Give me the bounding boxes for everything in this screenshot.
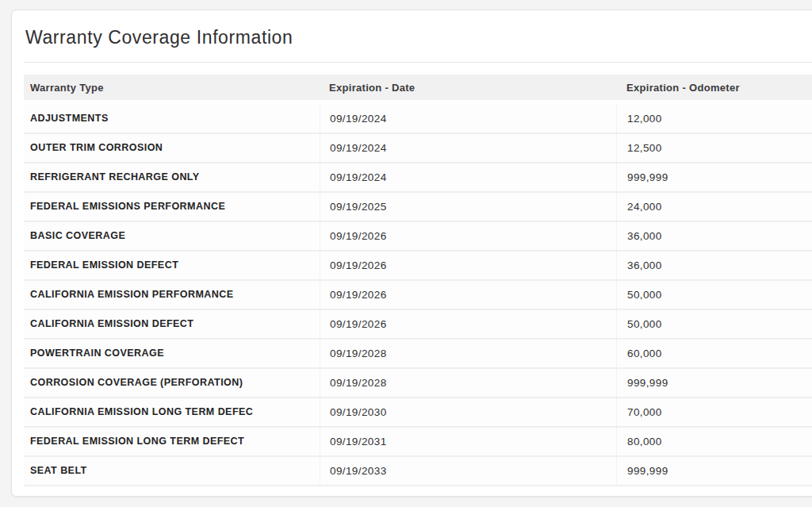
table-header-row: Warranty Type Expiration - Date Expirati… xyxy=(24,75,812,100)
table-row: REFRIGERANT RECHARGE ONLY 09/19/2024 999… xyxy=(24,163,812,193)
column-header-expiration-date: Expiration - Date xyxy=(320,82,616,94)
warranty-type-cell: OUTER TRIM CORROSION xyxy=(24,134,320,162)
table-row: CALIFORNIA EMISSION PERFORMANCE 09/19/20… xyxy=(24,281,812,310)
expiration-odometer-cell: 999,999 xyxy=(616,369,812,397)
table-row: BASIC COVERAGE 09/19/2026 36,000 xyxy=(24,222,812,252)
column-header-expiration-odometer: Expiration - Odometer xyxy=(616,82,812,94)
page-title: Warranty Coverage Information xyxy=(25,27,812,48)
warranty-type-cell: CALIFORNIA EMISSION LONG TERM DEFEC xyxy=(24,398,320,426)
table-row: FEDERAL EMISSION DEFECT 09/19/2026 36,00… xyxy=(24,252,812,281)
expiration-odometer-cell: 50,000 xyxy=(616,281,812,309)
expiration-date-cell: 09/19/2024 xyxy=(320,134,616,162)
expiration-odometer-cell: 999,999 xyxy=(616,163,812,191)
table-row: CALIFORNIA EMISSION LONG TERM DEFEC 09/1… xyxy=(24,398,812,428)
expiration-date-cell: 09/19/2028 xyxy=(320,369,616,397)
table-row: POWERTRAIN COVERAGE 09/19/2028 60,000 xyxy=(24,340,812,369)
expiration-date-cell: 09/19/2025 xyxy=(320,193,616,221)
expiration-date-cell: 09/19/2030 xyxy=(320,398,616,426)
expiration-odometer-cell: 50,000 xyxy=(616,310,812,338)
table-row: OUTER TRIM CORROSION 09/19/2024 12,500 xyxy=(24,134,812,163)
warranty-type-cell: FEDERAL EMISSION LONG TERM DEFECT xyxy=(24,428,320,455)
expiration-date-cell: 09/19/2024 xyxy=(320,163,616,191)
table-row: CORROSION COVERAGE (PERFORATION) 09/19/2… xyxy=(24,369,812,398)
warranty-type-cell: CORROSION COVERAGE (PERFORATION) xyxy=(24,369,320,397)
warranty-type-cell: FEDERAL EMISSION DEFECT xyxy=(24,252,320,279)
table-row: CALIFORNIA EMISSION DEFECT 09/19/2026 50… xyxy=(24,310,812,340)
table-body: ADJUSTMENTS 09/19/2024 12,000 OUTER TRIM… xyxy=(24,105,812,486)
expiration-date-cell: 09/19/2026 xyxy=(320,310,616,338)
warranty-type-cell: BASIC COVERAGE xyxy=(24,222,320,250)
expiration-date-cell: 09/19/2024 xyxy=(320,105,616,133)
warranty-type-cell: CALIFORNIA EMISSION PERFORMANCE xyxy=(24,281,320,309)
warranty-coverage-card: Warranty Coverage Information Warranty T… xyxy=(11,10,812,497)
expiration-odometer-cell: 999,999 xyxy=(616,457,812,485)
warranty-type-cell: REFRIGERANT RECHARGE ONLY xyxy=(24,163,320,191)
column-header-warranty-type: Warranty Type xyxy=(24,82,320,94)
table-row: FEDERAL EMISSIONS PERFORMANCE 09/19/2025… xyxy=(24,193,812,222)
expiration-odometer-cell: 36,000 xyxy=(616,222,812,250)
warranty-type-cell: FEDERAL EMISSIONS PERFORMANCE xyxy=(24,193,320,221)
warranty-type-cell: SEAT BELT xyxy=(24,457,320,485)
expiration-odometer-cell: 60,000 xyxy=(616,340,812,367)
expiration-date-cell: 09/19/2026 xyxy=(320,222,616,250)
expiration-date-cell: 09/19/2028 xyxy=(320,340,616,367)
table-row: SEAT BELT 09/19/2033 999,999 xyxy=(24,457,812,486)
expiration-date-cell: 09/19/2031 xyxy=(320,428,616,455)
expiration-date-cell: 09/19/2026 xyxy=(320,252,616,279)
expiration-date-cell: 09/19/2026 xyxy=(320,281,616,309)
expiration-date-cell: 09/19/2033 xyxy=(320,457,616,485)
expiration-odometer-cell: 24,000 xyxy=(616,193,812,221)
warranty-type-cell: ADJUSTMENTS xyxy=(24,105,320,133)
warranty-type-cell: POWERTRAIN COVERAGE xyxy=(24,340,320,367)
title-divider xyxy=(24,62,812,63)
table-row: ADJUSTMENTS 09/19/2024 12,000 xyxy=(24,105,812,134)
warranty-type-cell: CALIFORNIA EMISSION DEFECT xyxy=(24,310,320,338)
expiration-odometer-cell: 12,000 xyxy=(616,105,812,133)
table-row: FEDERAL EMISSION LONG TERM DEFECT 09/19/… xyxy=(24,428,812,457)
expiration-odometer-cell: 80,000 xyxy=(616,428,812,455)
expiration-odometer-cell: 70,000 xyxy=(616,398,812,426)
expiration-odometer-cell: 12,500 xyxy=(616,134,812,162)
warranty-table: Warranty Type Expiration - Date Expirati… xyxy=(24,75,812,486)
expiration-odometer-cell: 36,000 xyxy=(616,252,812,279)
